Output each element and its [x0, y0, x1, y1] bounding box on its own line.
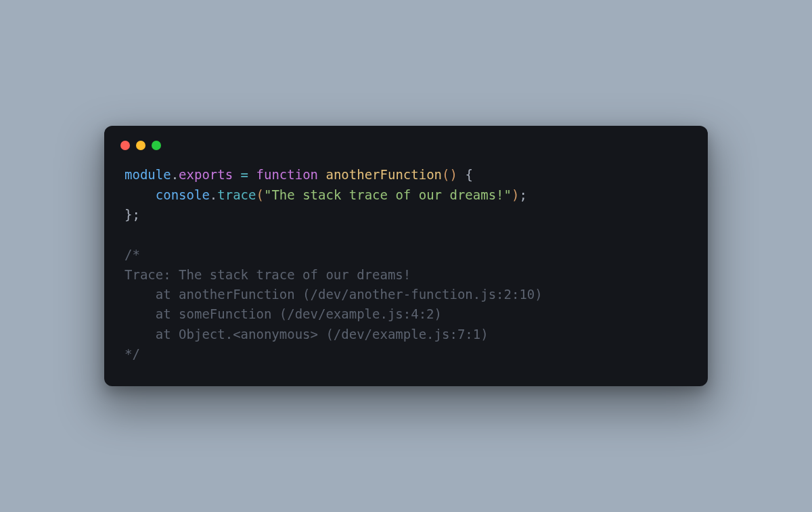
token-space — [318, 167, 325, 182]
token-rbrace: } — [125, 207, 132, 222]
token-console: console — [156, 187, 210, 202]
token-dot2: . — [210, 187, 217, 202]
comment-line-4: at Object.<anonymous> (/dev/example.js:7… — [125, 327, 489, 342]
comment-line-2: at anotherFunction (/dev/another-functio… — [125, 287, 543, 302]
zoom-icon[interactable] — [152, 141, 161, 150]
comment-line-1: Trace: The stack trace of our dreams! — [125, 267, 411, 282]
token-lbrace: { — [465, 167, 472, 182]
token-lpar2: ( — [256, 187, 264, 202]
comment-close: */ — [125, 346, 140, 361]
token-fn-name: anotherFunction — [325, 167, 442, 182]
close-icon[interactable] — [120, 141, 130, 150]
code-block: module.exports = function anotherFunctio… — [104, 156, 708, 367]
token-function-kw: function — [256, 167, 319, 182]
token-dot: . — [171, 167, 179, 182]
comment-line-3: at someFunction (/dev/example.js:4:2) — [125, 306, 442, 321]
token-eq: = — [233, 167, 256, 182]
token-string: "The stack trace of our dreams!" — [264, 187, 512, 202]
token-lpar: ( — [442, 167, 449, 182]
token-rpar: ) — [450, 167, 466, 182]
comment-open: /* — [125, 247, 140, 262]
minimize-icon[interactable] — [136, 141, 145, 150]
token-rpar2: ) — [512, 187, 519, 202]
token-indent — [125, 187, 156, 202]
window-titlebar — [104, 141, 708, 156]
token-exports: exports — [179, 167, 233, 182]
token-semi2: ; — [132, 207, 139, 222]
token-trace: trace — [217, 187, 256, 202]
stage: module.exports = function anotherFunctio… — [0, 0, 812, 512]
token-module: module — [125, 167, 171, 182]
token-semi: ; — [519, 187, 526, 202]
code-window: module.exports = function anotherFunctio… — [104, 126, 708, 386]
